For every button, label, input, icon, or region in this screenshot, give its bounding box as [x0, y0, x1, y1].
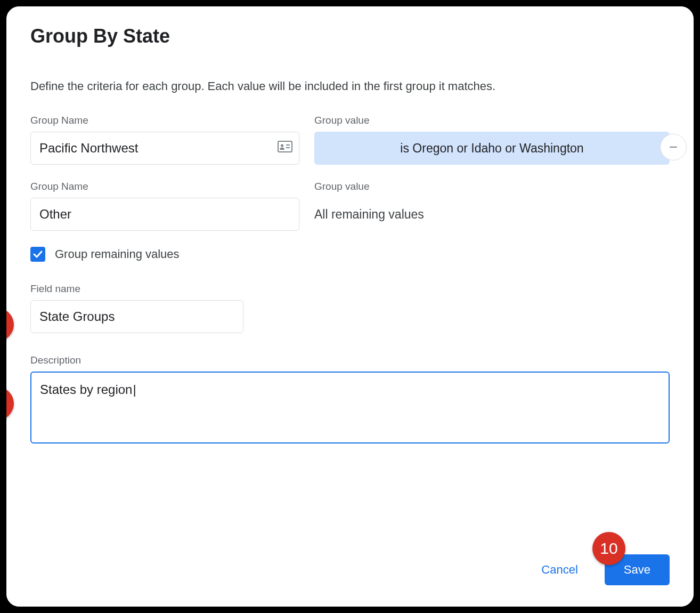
group-name-label: Group Name: [30, 115, 299, 126]
svg-rect-0: [278, 141, 292, 152]
dialog-title: Group By State: [30, 25, 670, 47]
group-name-input[interactable]: Other: [30, 198, 299, 231]
group-value-static: All remaining values: [314, 198, 670, 231]
group-name-value: Other: [39, 207, 71, 222]
step-badge-10: 10: [592, 532, 625, 565]
group-remaining-label: Group remaining values: [55, 247, 180, 261]
group-by-dialog: 8 9 10 Group By State Define the criteri…: [6, 6, 694, 607]
check-icon: [32, 249, 43, 260]
group-row: Group Name Other Group value All remaini…: [30, 181, 670, 231]
group-name-label: Group Name: [30, 181, 299, 192]
svg-point-1: [281, 144, 283, 147]
group-name-input[interactable]: Pacific Northwest: [30, 132, 299, 165]
fieldname-label: Field name: [30, 283, 670, 295]
add-group-button[interactable]: +: [694, 134, 697, 160]
group-row: Group Name Pacific Northwest: [30, 115, 670, 165]
fieldname-value: State Groups: [39, 309, 115, 324]
fieldname-block: Field name State Groups: [30, 283, 670, 333]
instructions-text: Define the criteria for each group. Each…: [30, 79, 670, 93]
card-id-icon: [278, 141, 292, 156]
description-block: Description States by region: [30, 354, 670, 443]
group-value-pill[interactable]: is Oregon or Idaho or Washington: [314, 132, 670, 165]
description-label: Description: [30, 354, 670, 366]
remove-group-button[interactable]: −: [660, 134, 687, 160]
description-value: States by region: [40, 382, 132, 397]
cancel-button[interactable]: Cancel: [541, 563, 577, 577]
step-badge-9: 9: [3, 387, 14, 420]
step-badge-8: 8: [3, 308, 14, 341]
group-value-label: Group value: [314, 181, 670, 192]
group-name-value: Pacific Northwest: [39, 141, 138, 156]
group-value-text: is Oregon or Idaho or Washington: [400, 141, 583, 156]
group-remaining-checkbox-row: Group remaining values: [30, 247, 670, 262]
fieldname-input[interactable]: State Groups: [30, 300, 243, 333]
description-input[interactable]: States by region: [30, 372, 670, 443]
group-value-label: Group value: [314, 115, 670, 126]
group-remaining-checkbox[interactable]: [30, 247, 45, 262]
